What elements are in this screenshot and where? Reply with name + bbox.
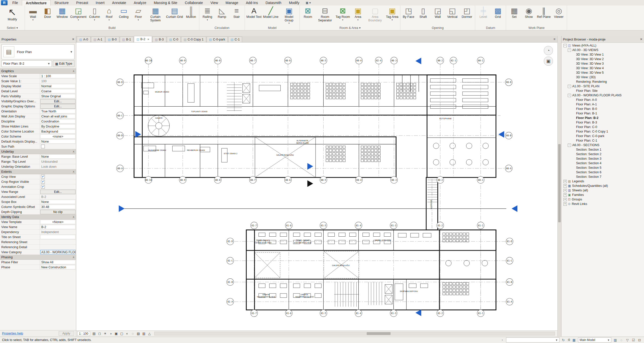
prop-field-view-template[interactable]: <None> <box>40 220 75 224</box>
browser-item-section-section-6[interactable]: Section: Section 6 <box>561 170 644 175</box>
worksharing-display-icon[interactable]: ▥ <box>613 338 618 342</box>
collapse-icon[interactable]: − <box>568 94 571 97</box>
steering-wheel-icon[interactable]: ◔ <box>544 46 553 55</box>
analytical-model-icon[interactable]: △ <box>147 331 152 336</box>
ribbon-tab-view[interactable]: View <box>207 0 222 6</box>
ribbon-display-toggle-icon[interactable]: ▣ ▾ <box>306 1 311 5</box>
ribbon-tab-add-ins[interactable]: Add-Ins <box>242 0 262 6</box>
close-tab-icon[interactable]: ✕ <box>147 38 149 41</box>
horizontal-scrollbar[interactable] <box>154 332 555 335</box>
tool-model-text[interactable]: AModel Text <box>246 6 262 26</box>
browser-item-groups[interactable]: +⊡Groups <box>561 197 644 202</box>
ribbon-tab-collaborate[interactable]: Collaborate <box>181 0 207 6</box>
prop-field-wall-join-display[interactable]: Clean all wall joins <box>40 114 75 118</box>
filter-icon[interactable]: ▽ <box>625 338 630 342</box>
section-marker[interactable] <box>307 163 313 170</box>
browser-item-revit-links[interactable]: +⊙Revit Links <box>561 202 644 206</box>
apply-button[interactable]: Apply <box>59 331 74 336</box>
prop-checkbox-crop-region-visible[interactable]: ✔ <box>41 180 45 184</box>
ribbon-tab-insert[interactable]: Insert <box>92 0 108 6</box>
tool-window[interactable]: ▦Window <box>55 6 69 26</box>
view-tab-list-icon[interactable]: ≡ <box>551 37 557 41</box>
browser-item-floor-plan-b-1[interactable]: Floor Plan: B-1 <box>561 111 644 116</box>
prop-field-scope-box[interactable]: None <box>40 200 75 204</box>
collapse-icon[interactable]: − <box>568 85 571 88</box>
temporary-hide-isolate-icon[interactable]: ◐ <box>125 331 130 336</box>
browser-item-section-section-4[interactable]: Section: Section 4 <box>561 161 644 165</box>
browser-item-3d-view-3d-view-1[interactable]: 3D View: 3D View 1 <box>561 52 644 57</box>
ribbon-tab-modify[interactable]: Modify <box>285 0 303 6</box>
tool-tag-area[interactable]: ▣Tag Area▾ <box>385 6 399 26</box>
collapse-icon[interactable]: − <box>568 144 571 147</box>
expand-icon[interactable]: + <box>563 189 567 192</box>
section-marker[interactable] <box>499 131 504 138</box>
collapse-chevron-icon[interactable]: ∧ <box>73 150 74 153</box>
collapse-chevron-icon[interactable]: ∧ <box>73 256 74 259</box>
prop-field-view-name[interactable]: B-2 <box>40 225 75 229</box>
properties-close-icon[interactable]: ✕ <box>72 37 74 41</box>
drawing-area[interactable]: MÜDÜR ODASITOPLANTI ODASIGALERİMUHASEBE … <box>76 42 557 330</box>
tool-railing[interactable]: ≣Railing▾ <box>200 6 215 26</box>
prop-checkbox-crop-view[interactable]: ✔ <box>41 175 45 179</box>
browser-item-a0-00-3d-views[interactable]: −A0.00 - 3D VIEWS <box>561 48 644 52</box>
view-tab-c-0-copy-1[interactable]: ◫C-0 Copy 1 <box>181 36 206 42</box>
collapse-icon[interactable]: − <box>563 44 567 47</box>
prop-field-title-on-sheet[interactable] <box>40 235 75 239</box>
ribbon-tab-annotate[interactable]: Annotate <box>108 0 130 6</box>
browser-item-3d-view-3d[interactable]: 3D View: {3D} <box>561 75 644 79</box>
properties-filter-select[interactable]: Floor Plan: B-2 ▼ <box>2 60 52 67</box>
ribbon-tab-massing-site[interactable]: Massing & Site <box>150 0 181 6</box>
expand-icon[interactable]: + <box>563 180 567 183</box>
browser-item-a3-00-working-floor-plans[interactable]: −A3.00 - WORKING FLOOR PLANS <box>561 93 644 98</box>
browser-item-section-section-7[interactable]: Section: Section 7 <box>561 175 644 179</box>
main-model-select[interactable]: Main Model▼ <box>578 337 611 342</box>
prop-field-show-hidden-lines[interactable]: By Discipline <box>40 124 75 128</box>
expand-icon[interactable]: + <box>563 202 567 206</box>
tool-curtain-system[interactable]: ▦Curtain System <box>146 6 165 26</box>
tool-room-separator[interactable]: ⊟Room Separator <box>315 6 335 26</box>
scale-control[interactable]: 1 : 100 <box>77 331 90 336</box>
section-marker[interactable] <box>415 310 421 316</box>
browser-item-3d-view-3d-view-2[interactable]: 3D View: 3D View 2 <box>561 57 644 61</box>
prop-button-visibility-graphics-over[interactable]: Edit... <box>40 99 75 104</box>
ribbon-tab-precast[interactable]: Precast <box>72 0 92 6</box>
browser-item-schedules-quantities-all[interactable]: +▦Schedules/Quantities (all) <box>561 184 644 188</box>
editing-requests-icon[interactable]: ↻ <box>561 338 566 342</box>
section-marker[interactable] <box>415 58 421 64</box>
visual-style-icon[interactable]: ◻ <box>97 331 102 336</box>
prop-field-color-scheme[interactable]: <none> <box>40 134 75 139</box>
view-tab-c-0-park[interactable]: ◫C-0-park <box>207 36 228 42</box>
expand-icon[interactable]: + <box>563 193 567 197</box>
expand-icon[interactable]: + <box>563 198 567 201</box>
tool-show[interactable]: ◉Show <box>521 6 536 26</box>
tool-level[interactable]: ╪Level <box>476 6 490 26</box>
collapse-icon[interactable]: − <box>568 49 571 52</box>
browser-item-section-section-3[interactable]: Section: Section 3 <box>561 156 644 161</box>
sun-path-icon[interactable]: ☀ <box>102 331 108 336</box>
collapse-chevron-icon[interactable]: ∧ <box>73 216 74 218</box>
prop-button-view-range[interactable]: Edit... <box>40 190 75 194</box>
browser-item-floor-plan-c-0-park[interactable]: Floor Plan: C-0-park <box>561 134 644 138</box>
tool-mullion[interactable]: ║Mullion <box>184 6 198 26</box>
tool-room[interactable]: ⊠Room <box>300 6 315 26</box>
tool-door[interactable]: ◧Door <box>40 6 55 26</box>
expand-icon[interactable]: + <box>563 184 567 188</box>
browser-item-rendering-rendering[interactable]: Rendering: Rendering <box>561 79 644 84</box>
properties-help-link[interactable]: Properties help <box>2 332 23 335</box>
tool-component[interactable]: ◲Component▾ <box>69 6 87 26</box>
browser-item-floor-plan-a-1[interactable]: Floor Plan: A-1 <box>561 102 644 107</box>
prop-field-parts-visibility[interactable]: Show Original <box>40 94 75 98</box>
ribbon-tab-manage[interactable]: Manage <box>222 0 242 6</box>
tool-stair[interactable]: ≡Stair <box>229 6 244 26</box>
view-tab-a-1[interactable]: ◫A-1 <box>91 36 105 42</box>
tool-column[interactable]: ▯Column▾ <box>87 6 102 26</box>
prop-field-phase-filter[interactable]: Show All <box>40 260 75 264</box>
tool-area[interactable]: ▣Area▾ <box>351 6 365 26</box>
reveal-hidden-icon[interactable]: ◌ <box>619 338 624 342</box>
tool-area-boundary[interactable]: ▢Area Boundary <box>365 6 385 26</box>
collapse-chevron-icon[interactable]: ∧ <box>73 70 74 72</box>
tool-model-group[interactable]: ▣Model Group▾ <box>279 6 299 26</box>
ribbon-tab-analyze[interactable]: Analyze <box>130 0 150 6</box>
view-tab-c-0[interactable]: ◫C-0 <box>167 36 181 42</box>
browser-item-floor-plan-c-1[interactable]: Floor Plan: C-1 <box>561 138 644 143</box>
